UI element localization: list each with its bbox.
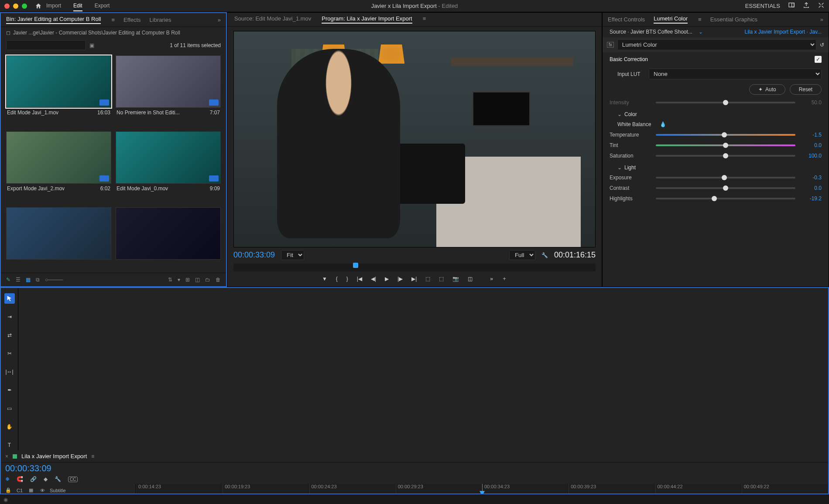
- mark-out-button[interactable]: }: [346, 276, 348, 282]
- hand-tool[interactable]: ✋: [4, 422, 15, 432]
- project-tab-libraries[interactable]: Libraries: [150, 17, 171, 23]
- folder-icon[interactable]: 🗀: [205, 277, 210, 283]
- tint-slider[interactable]: Tint 0.0: [603, 140, 829, 151]
- clip-item[interactable]: No Premiere in Shot Editi...7:07: [116, 55, 221, 127]
- zoom-select[interactable]: Full: [509, 250, 535, 260]
- sync-icon[interactable]: ▦: [27, 487, 35, 493]
- new-bin-icon[interactable]: ▣: [89, 42, 94, 48]
- razor-tool[interactable]: ✂: [4, 348, 15, 359]
- selection-tool[interactable]: [4, 293, 15, 304]
- tab-essential-graphics[interactable]: Essential Graphics: [710, 16, 757, 23]
- effect-select[interactable]: Lumetri Color: [617, 39, 816, 50]
- add-marker-button[interactable]: ▼: [322, 276, 327, 282]
- clip-item[interactable]: [6, 207, 111, 269]
- freeform-icon[interactable]: ⧉: [36, 277, 40, 283]
- workspace-icon[interactable]: [788, 2, 795, 10]
- ripple-tool[interactable]: ⇄: [4, 330, 15, 340]
- close-sequence-icon[interactable]: ×: [5, 453, 8, 459]
- goto-in-button[interactable]: |◀: [357, 276, 362, 282]
- timeline-canvas[interactable]: 0:00:14:2300:00:19:2300:00:24:2300:00:29…: [136, 484, 828, 494]
- workspace-label[interactable]: ESSENTIALS: [745, 3, 780, 9]
- source-clip-link[interactable]: Source · Javier BTS Coffee Shoot...: [610, 29, 692, 35]
- search-input[interactable]: [6, 40, 86, 50]
- monitor-scrubber[interactable]: [233, 264, 596, 271]
- color-subsection[interactable]: ⌄Color: [603, 108, 829, 119]
- tab-effect-controls[interactable]: Effect Controls: [608, 16, 645, 23]
- panel-menu-icon[interactable]: ≡: [91, 453, 94, 459]
- basic-correction-section[interactable]: Basic Correction ✓: [603, 52, 829, 66]
- list-view-icon[interactable]: ☰: [16, 277, 21, 283]
- exposure-slider[interactable]: Exposure -0.3: [603, 172, 829, 183]
- timeline-timecode[interactable]: 00:00:33:09: [1, 463, 136, 474]
- minimize-window[interactable]: [13, 3, 18, 9]
- clip-item[interactable]: Edit Mode Javi_0.mov9:09: [116, 131, 221, 203]
- share-icon[interactable]: [803, 2, 810, 10]
- pen-tool[interactable]: ✒: [4, 385, 15, 395]
- intensity-slider[interactable]: Intensity 50.0: [603, 97, 829, 108]
- panel-menu-icon[interactable]: ≡: [111, 17, 115, 23]
- project-tab-effects[interactable]: Effects: [123, 17, 141, 23]
- marker-icon[interactable]: ◆: [44, 476, 48, 482]
- highlights-slider[interactable]: Highlights -19.2: [603, 193, 829, 204]
- new-item-icon[interactable]: ◫: [195, 277, 200, 283]
- goto-out-button[interactable]: ▶|: [411, 276, 417, 282]
- find-icon[interactable]: ⊞: [185, 277, 190, 283]
- tab-import[interactable]: Import: [46, 1, 61, 11]
- temperature-slider[interactable]: Temperature -1.5: [603, 130, 829, 140]
- overflow-icon[interactable]: »: [820, 16, 823, 23]
- auto-button[interactable]: ✦Auto: [749, 84, 785, 95]
- track-header-c1[interactable]: 🔒 C1 ▦ 👁 Subtitle: [1, 484, 136, 494]
- monitor-timecode[interactable]: 00:00:33:09: [233, 250, 275, 260]
- fit-select[interactable]: Fit: [281, 250, 304, 260]
- link-icon[interactable]: 🔗: [30, 476, 37, 482]
- type-tool[interactable]: T: [4, 440, 15, 450]
- light-subsection[interactable]: ⌄Light: [603, 161, 829, 172]
- snap-icon[interactable]: 🧲: [17, 476, 23, 482]
- clip-item[interactable]: Edit Mode Javi_1.mov16:03: [6, 55, 111, 127]
- cc-logo-icon[interactable]: ◉: [3, 497, 8, 503]
- nest-icon[interactable]: ❄: [5, 476, 10, 482]
- overflow-icon[interactable]: »: [218, 17, 221, 23]
- source-monitor-tab[interactable]: Source: Edit Mode Javi_1.mov: [234, 15, 311, 24]
- sort-icon[interactable]: ⇅: [168, 277, 172, 283]
- saturation-slider[interactable]: Saturation 100.0: [603, 151, 829, 161]
- maximize-window[interactable]: [22, 3, 27, 9]
- export-frame-button[interactable]: 📷: [452, 276, 459, 282]
- folder-up-icon[interactable]: ◻: [6, 30, 10, 36]
- chevron-down-icon[interactable]: ⌄: [699, 29, 703, 35]
- fx-badge[interactable]: fx: [607, 42, 614, 48]
- wrench-icon[interactable]: 🔧: [541, 252, 548, 258]
- tab-edit[interactable]: Edit: [73, 1, 82, 11]
- mark-in-button[interactable]: {: [336, 276, 338, 282]
- tab-export[interactable]: Export: [95, 1, 110, 11]
- compare-button[interactable]: ◫: [468, 276, 473, 282]
- panel-menu-icon[interactable]: ≡: [698, 16, 702, 23]
- zoom-slider[interactable]: ○────: [45, 277, 63, 283]
- program-viewport[interactable]: [233, 31, 596, 247]
- clip-item[interactable]: Export Mode Javi_2.mov6:02: [6, 131, 111, 203]
- tab-lumetri-color[interactable]: Lumetri Color: [654, 15, 688, 24]
- breadcrumb[interactable]: ◻ Javier ...ge\Javier - Commercial Shots…: [1, 27, 226, 38]
- clip-item[interactable]: [116, 207, 221, 269]
- automate-icon[interactable]: ▾: [178, 277, 180, 283]
- step-forward-button[interactable]: |▶: [397, 276, 403, 282]
- program-monitor-tab[interactable]: Program: Lila x Javier Import Export: [322, 15, 412, 24]
- settings-icon[interactable]: 🔧: [55, 476, 61, 482]
- track-select-tool[interactable]: ⇥: [4, 312, 15, 322]
- rect-tool[interactable]: ▭: [4, 403, 15, 414]
- icon-view-icon[interactable]: ▦: [26, 277, 31, 283]
- eyedropper-icon[interactable]: 💧: [660, 121, 666, 127]
- add-button[interactable]: ＋: [502, 275, 507, 282]
- eye-icon[interactable]: 👁: [38, 488, 46, 493]
- playhead-icon[interactable]: [353, 263, 358, 268]
- fullscreen-icon[interactable]: [818, 2, 825, 10]
- home-icon[interactable]: [35, 3, 42, 10]
- extract-button[interactable]: ⬚: [439, 276, 444, 282]
- lock-icon[interactable]: 🔒: [4, 487, 12, 493]
- pencil-icon[interactable]: ✎: [6, 277, 10, 283]
- sequence-name[interactable]: Lila x Javier Import Export: [21, 453, 87, 459]
- reset-button[interactable]: Reset: [790, 84, 822, 95]
- trash-icon[interactable]: 🗑: [216, 277, 221, 283]
- lift-button[interactable]: ⬚: [425, 276, 430, 282]
- playhead[interactable]: [482, 484, 483, 494]
